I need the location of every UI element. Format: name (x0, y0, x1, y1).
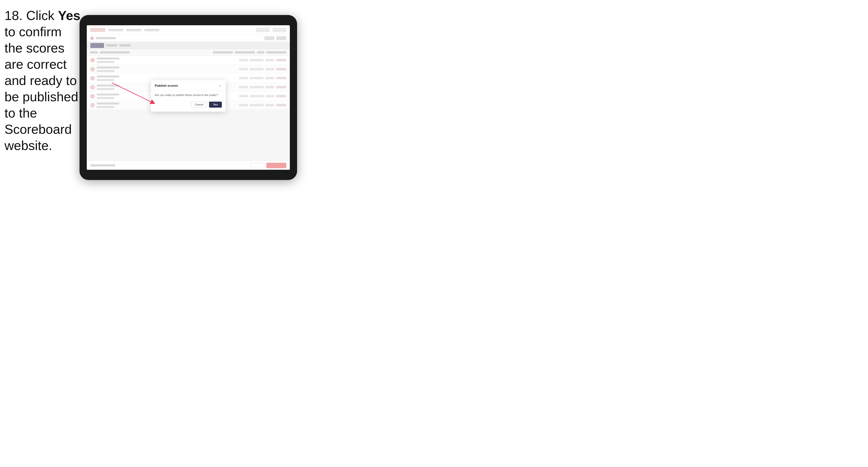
dialog-title: Publish scores (155, 84, 178, 88)
dialog-close-button[interactable]: × (218, 84, 222, 88)
yes-button[interactable]: Yes (209, 102, 222, 108)
dialog-message: Are you ready to publish these scores to… (155, 93, 222, 97)
dialog-body: Are you ready to publish these scores to… (151, 90, 226, 112)
cancel-button[interactable]: Cancel (191, 102, 207, 108)
dialog-actions: Cancel Yes (155, 102, 222, 108)
publish-scores-dialog: Publish scores × Are you ready to publis… (151, 80, 226, 112)
tablet-device: 1 2 3 (80, 15, 297, 180)
dialog-header: Publish scores × (151, 80, 226, 90)
tablet-screen: 1 2 3 (87, 25, 290, 170)
instruction-text: 18. Click Yes to confirm the scores are … (4, 7, 82, 154)
bold-yes: Yes (58, 8, 81, 23)
